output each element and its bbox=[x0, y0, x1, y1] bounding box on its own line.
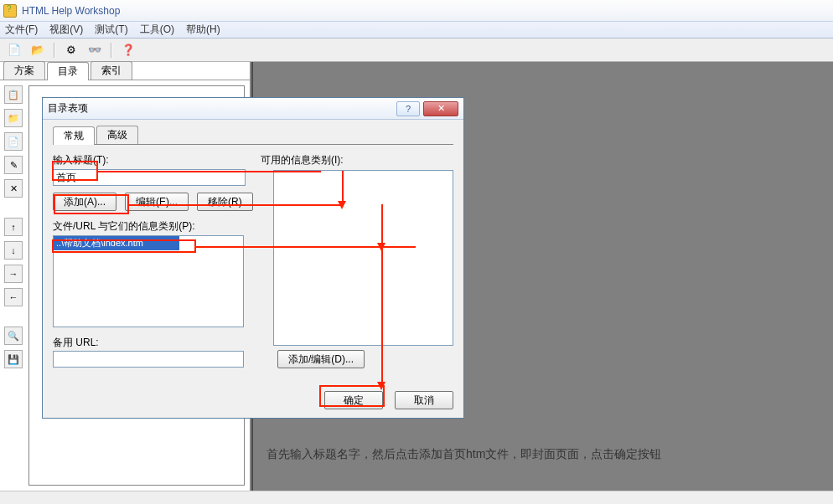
side-down-button[interactable]: ↓ bbox=[4, 241, 23, 260]
info-types-listbox[interactable] bbox=[273, 170, 453, 346]
dialog-tab-general[interactable]: 常规 bbox=[53, 126, 95, 145]
compile-button[interactable]: ⚙ bbox=[62, 41, 80, 59]
add-button[interactable]: 添加(A)... bbox=[53, 193, 116, 211]
pencil-icon: ✎ bbox=[10, 160, 18, 171]
dialog-title: 目录表项 bbox=[48, 101, 88, 116]
dialog-tab-advanced[interactable]: 高级 bbox=[96, 126, 138, 144]
menu-help[interactable]: 帮助(H) bbox=[186, 23, 220, 37]
menu-view[interactable]: 视图(V) bbox=[49, 23, 83, 37]
dialog-help-button[interactable]: ? bbox=[396, 101, 420, 116]
dialog-footer: 确定 取消 bbox=[324, 391, 453, 409]
toc-entry-dialog: 目录表项 ? ✕ 常规 高级 输入标题(T): 可用的信息类别(I): 添加(A… bbox=[42, 97, 464, 419]
side-new-page-button[interactable]: 📄 bbox=[4, 132, 23, 151]
side-properties-button[interactable]: 📋 bbox=[4, 85, 23, 104]
menu-tools[interactable]: 工具(O) bbox=[140, 23, 174, 37]
window-title: HTML Help Workshop bbox=[22, 5, 120, 17]
side-delete-button[interactable]: ✕ bbox=[4, 179, 23, 198]
side-left-button[interactable]: ← bbox=[4, 288, 23, 306]
page-icon: 📄 bbox=[8, 136, 19, 147]
dialog-titlebar: 目录表项 ? ✕ bbox=[43, 98, 463, 120]
add-edit-button[interactable]: 添加/编辑(D)... bbox=[277, 350, 365, 368]
dialog-body: 常规 高级 输入标题(T): 可用的信息类别(I): 添加(A)... 编辑(E… bbox=[43, 120, 463, 418]
dialog-close-button[interactable]: ✕ bbox=[423, 101, 458, 116]
help-icon: ❓ bbox=[122, 44, 135, 56]
arrow-left-icon: ← bbox=[9, 292, 18, 302]
title-label: 输入标题(T): bbox=[53, 153, 453, 167]
menubar: 文件(F) 视图(V) 测试(T) 工具(O) 帮助(H) bbox=[0, 22, 833, 39]
statusbar bbox=[0, 491, 833, 504]
help-button[interactable]: ❓ bbox=[119, 41, 137, 59]
menu-file[interactable]: 文件(F) bbox=[5, 23, 38, 37]
ok-button[interactable]: 确定 bbox=[324, 391, 383, 409]
side-save-button[interactable]: 💾 bbox=[4, 350, 23, 368]
delete-icon: ✕ bbox=[10, 183, 18, 194]
toolbar-separator bbox=[111, 43, 112, 58]
toolbar-separator bbox=[54, 43, 55, 58]
info-types-label: 可用的信息类别(I): bbox=[261, 153, 344, 167]
open-button[interactable]: 📂 bbox=[28, 41, 47, 59]
arrow-down-icon: ↓ bbox=[11, 245, 16, 255]
toolbar: 📄 📂 ⚙ 👓 ❓ bbox=[0, 39, 833, 62]
save-icon: 💾 bbox=[8, 354, 19, 365]
title-input[interactable] bbox=[53, 169, 246, 186]
glasses-button[interactable]: 👓 bbox=[85, 41, 104, 59]
view-icon: 🔍 bbox=[8, 331, 19, 342]
selected-file-item[interactable]: ..\帮助文档\index.htm bbox=[54, 236, 179, 250]
menu-test[interactable]: 测试(T) bbox=[95, 23, 127, 37]
edit-button[interactable]: 编辑(E)... bbox=[125, 193, 189, 211]
side-right-button[interactable]: → bbox=[4, 265, 23, 283]
annotation-text: 首先输入标题名字，然后点击添加首页htm文件，即封面页面，点击确定按钮 bbox=[266, 447, 661, 462]
side-view-button[interactable]: 🔍 bbox=[4, 327, 23, 345]
alt-url-input[interactable] bbox=[53, 351, 244, 368]
new-icon: 📄 bbox=[8, 44, 21, 56]
folder-icon: 📁 bbox=[8, 113, 19, 124]
files-listbox[interactable]: ..\帮助文档\index.htm bbox=[53, 235, 244, 327]
arrow-up-icon: ↑ bbox=[11, 222, 16, 232]
tab-contents[interactable]: 目录 bbox=[47, 62, 89, 80]
open-icon: 📂 bbox=[31, 44, 44, 56]
app-icon bbox=[3, 4, 17, 18]
cancel-button[interactable]: 取消 bbox=[395, 391, 453, 409]
side-edit-button[interactable]: ✎ bbox=[4, 156, 23, 174]
dialog-tabrow: 常规 高级 bbox=[53, 126, 453, 145]
side-new-folder-button[interactable]: 📁 bbox=[4, 109, 23, 127]
window-titlebar: HTML Help Workshop bbox=[0, 0, 833, 22]
compile-icon: ⚙ bbox=[66, 44, 76, 56]
remove-button[interactable]: 移除(R) bbox=[197, 193, 253, 211]
left-tabrow: 方案 目录 索引 bbox=[0, 62, 250, 80]
tab-index[interactable]: 索引 bbox=[91, 61, 132, 80]
new-button[interactable]: 📄 bbox=[5, 41, 23, 59]
tab-project[interactable]: 方案 bbox=[3, 61, 45, 80]
properties-icon: 📋 bbox=[8, 90, 19, 100]
arrow-right-icon: → bbox=[9, 269, 18, 279]
side-up-button[interactable]: ↑ bbox=[4, 218, 23, 236]
glasses-icon: 👓 bbox=[88, 44, 101, 56]
side-toolbar: 📋 📁 📄 ✎ ✕ ↑ ↓ → ← 🔍 💾 bbox=[0, 80, 27, 491]
